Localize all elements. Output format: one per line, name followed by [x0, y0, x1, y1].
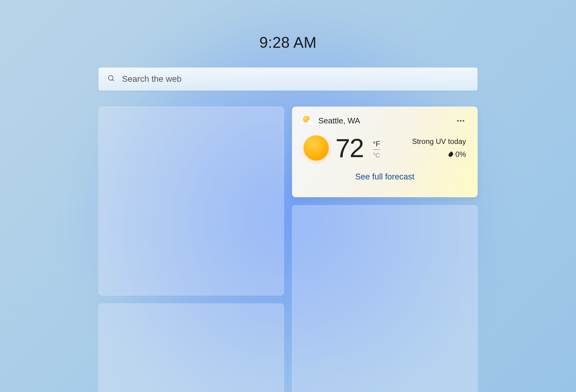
- search-icon: [107, 74, 115, 84]
- drop-icon: [448, 151, 454, 157]
- svg-line-1: [112, 80, 114, 81]
- weather-widget[interactable]: Seattle, WA 72 °F °C: [292, 107, 478, 197]
- clock-time: 9:28 AM: [98, 34, 478, 51]
- precipitation-value: 0%: [455, 150, 466, 159]
- widget-placeholder-bottom-left[interactable]: [98, 303, 284, 392]
- weather-temperature: 72: [335, 135, 364, 161]
- search-bar[interactable]: [98, 67, 478, 91]
- sun-icon: [304, 135, 329, 160]
- forecast-link[interactable]: See full forecast: [303, 172, 467, 182]
- unit-toggle: °F °C: [373, 137, 380, 159]
- weather-app-icon: [303, 116, 313, 126]
- unit-fahrenheit[interactable]: °F: [373, 140, 380, 150]
- svg-point-0: [108, 76, 113, 80]
- widget-placeholder-left[interactable]: [98, 107, 284, 296]
- weather-more-button[interactable]: [455, 118, 467, 124]
- search-input[interactable]: [122, 74, 469, 84]
- widget-placeholder-right[interactable]: [292, 205, 478, 392]
- weather-location: Seattle, WA: [318, 116, 360, 126]
- unit-celsius[interactable]: °C: [373, 150, 380, 159]
- weather-condition: Strong UV today: [412, 137, 466, 146]
- weather-precipitation: 0%: [412, 150, 466, 159]
